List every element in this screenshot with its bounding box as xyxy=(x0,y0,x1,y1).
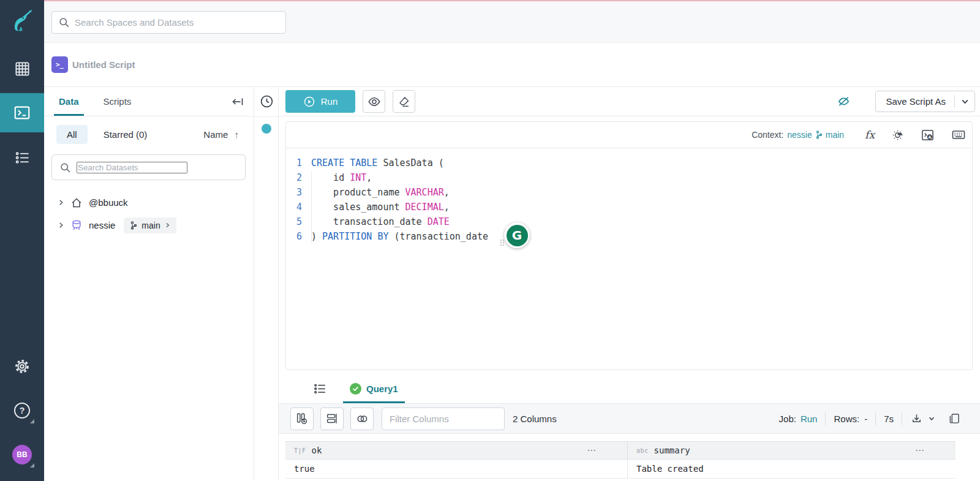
context-selector[interactable]: nessie main xyxy=(787,130,844,140)
job-run-link[interactable]: Run xyxy=(801,414,818,424)
filter-all-button[interactable]: All xyxy=(56,125,88,144)
add-column-button[interactable] xyxy=(290,407,314,430)
save-script-as-button[interactable]: Save Script As xyxy=(875,91,975,112)
functions-icon[interactable]: fx xyxy=(865,129,875,141)
sidebar-item-sql-runner[interactable] xyxy=(0,93,44,132)
sidebar-item-jobs[interactable] xyxy=(0,143,44,172)
jobs-list-icon xyxy=(14,150,31,166)
query-status-dot[interactable] xyxy=(262,124,271,134)
filter-columns-field[interactable] xyxy=(382,407,505,430)
code-line: 3 product_name VARCHAR, xyxy=(286,185,972,200)
results-tabbar: Query1 xyxy=(279,374,980,403)
copy-results-button[interactable] xyxy=(948,412,960,425)
script-header: >_ Untitled Script xyxy=(44,43,980,87)
run-button[interactable]: Run xyxy=(285,90,355,113)
hide-results-toggle[interactable] xyxy=(837,94,851,108)
dataset-tree: @bbuuck nessie xyxy=(44,191,254,237)
drag-handle[interactable] xyxy=(500,239,505,247)
list-icon xyxy=(312,381,328,396)
code-line: 4 sales_amount DECIMAL, xyxy=(286,200,972,214)
code-line: 2 id INT, xyxy=(286,170,972,185)
keyboard-shortcuts-icon[interactable] xyxy=(951,127,966,142)
global-search[interactable] xyxy=(51,11,286,34)
tree-item-nessie[interactable]: nessie main xyxy=(44,214,254,237)
line-number: 4 xyxy=(286,200,302,214)
results-toolbar: 2 Columns Job: Run Rows: - 7s xyxy=(279,403,980,434)
results-table: T|Fok⋯abcsummary⋯ trueTable created xyxy=(285,441,956,481)
sidebar-item-datasets[interactable] xyxy=(0,54,44,83)
git-branch-icon xyxy=(130,221,137,230)
column-name: summary xyxy=(654,445,690,455)
chevron-down-icon[interactable] xyxy=(961,97,969,105)
code-line: 5 transaction_date DATE xyxy=(286,214,972,229)
column-header-ok[interactable]: T|Fok⋯ xyxy=(285,442,628,459)
columns-add-icon xyxy=(295,412,309,425)
tab-scripts[interactable]: Scripts xyxy=(104,87,132,116)
clock-icon xyxy=(259,94,274,109)
narwhal-logo-icon xyxy=(9,7,36,34)
line-number: 2 xyxy=(286,170,302,185)
copy-icon xyxy=(948,412,960,425)
column-name: ok xyxy=(312,445,322,455)
table-cell: true xyxy=(285,460,628,478)
sidebar-item-account[interactable]: BB xyxy=(0,440,44,469)
tab-data[interactable]: Data xyxy=(59,87,79,116)
svg-text:A: A xyxy=(928,134,931,138)
sql-editor-card: Context: nessie main fx xyxy=(285,121,973,370)
clear-script-button[interactable] xyxy=(393,90,415,113)
rows-icon xyxy=(325,412,339,425)
git-branch-icon xyxy=(815,131,823,139)
results-header-row: T|Fok⋯abcsummary⋯ xyxy=(285,441,956,460)
filter-starred-button[interactable]: Starred (0) xyxy=(104,129,148,140)
column-header-summary[interactable]: abcsummary⋯ xyxy=(628,442,956,459)
sidebar-item-help[interactable]: ? xyxy=(0,396,44,425)
history-clock-button[interactable] xyxy=(259,94,274,109)
filter-columns-input[interactable] xyxy=(390,414,511,424)
success-check-icon xyxy=(350,383,361,395)
chevron-down-icon[interactable] xyxy=(928,415,935,422)
dataset-search-input[interactable] xyxy=(77,162,187,173)
line-number: 6 xyxy=(286,229,302,244)
preview-button[interactable] xyxy=(363,90,385,113)
script-terminal-icon: >_ xyxy=(51,56,68,73)
column-menu-button[interactable]: ⋯ xyxy=(915,445,925,456)
code-editor[interactable]: 1CREATE TABLE SalesData (2 id INT,3 prod… xyxy=(286,148,972,244)
indent-guide xyxy=(311,171,312,243)
global-search-input[interactable] xyxy=(75,17,279,28)
brightness-icon[interactable] xyxy=(891,129,904,142)
code-lines: 1CREATE TABLE SalesData (2 id INT,3 prod… xyxy=(286,156,972,244)
app-logo[interactable] xyxy=(0,5,44,37)
row-view-button[interactable] xyxy=(320,407,344,430)
compare-button[interactable] xyxy=(350,407,374,430)
table-cell: Table created xyxy=(628,460,956,478)
tree-item-home[interactable]: @bbuuck xyxy=(44,191,254,214)
branch-selector[interactable]: main xyxy=(124,218,176,233)
divider xyxy=(954,95,955,108)
script-title: Untitled Script xyxy=(72,59,135,70)
query-margin-column xyxy=(254,87,279,481)
column-menu-button[interactable]: ⋯ xyxy=(587,445,597,456)
sidebar: ? BB xyxy=(0,0,44,481)
tab-query1[interactable]: Query1 xyxy=(350,374,398,403)
dataset-search[interactable] xyxy=(51,154,246,180)
column-type-icon: abc xyxy=(636,447,649,454)
queries-list-button[interactable] xyxy=(312,381,328,396)
chevron-right-icon xyxy=(165,222,170,228)
divider xyxy=(254,116,278,117)
play-circle-icon xyxy=(303,96,315,108)
code-line: 6) PARTITION BY (transaction_date xyxy=(286,229,972,244)
overlap-circles-icon xyxy=(355,412,369,426)
sidebar-item-settings[interactable] xyxy=(0,352,44,381)
download-button[interactable] xyxy=(910,412,935,425)
sort-by-name-button[interactable]: Name ↑ xyxy=(203,129,239,140)
context-bar: Context: nessie main fx xyxy=(286,122,972,148)
divider xyxy=(902,412,902,425)
sql-editor-region: Run xyxy=(279,87,980,481)
collapse-panel-button[interactable] xyxy=(230,94,245,109)
job-label: Job: xyxy=(779,414,796,424)
home-icon xyxy=(70,197,83,209)
dataset-filters: All Starred (0) Name ↑ xyxy=(44,120,254,148)
grammarly-widget[interactable]: G xyxy=(504,222,530,248)
autocomplete-icon[interactable]: A xyxy=(921,128,935,142)
avatar: BB xyxy=(12,445,32,464)
